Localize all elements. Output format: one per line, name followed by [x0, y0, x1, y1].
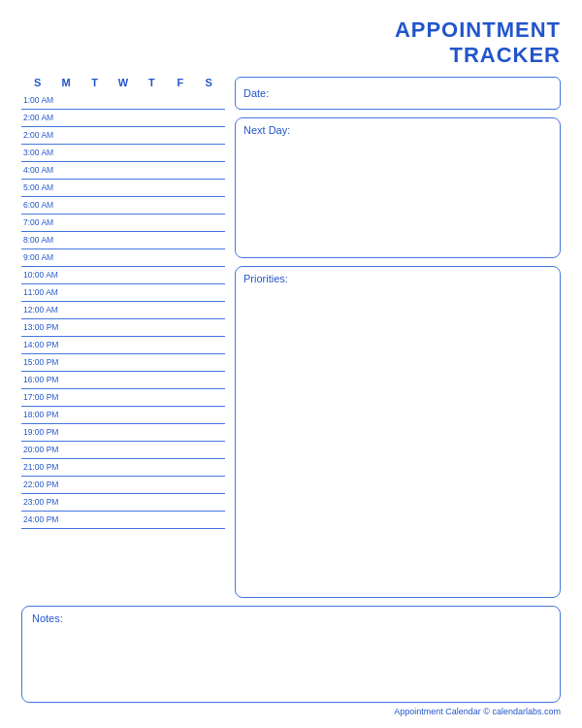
time-row: 18:00 PM — [21, 407, 225, 424]
time-row: 24:00 PM — [21, 512, 225, 529]
time-label: 1:00 AM — [21, 95, 72, 105]
time-row: 22:00 PM — [21, 477, 225, 494]
time-label: 13:00 PM — [21, 322, 72, 332]
time-row: 3:00 AM — [21, 145, 225, 162]
next-day-box[interactable]: Next Day: — [235, 117, 561, 258]
day-label: W — [109, 77, 137, 88]
day-label: F — [166, 77, 194, 88]
day-label: T — [138, 77, 166, 88]
time-label: 17:00 PM — [21, 392, 72, 402]
time-label: 2:00 AM — [21, 130, 72, 140]
time-row: 2:00 AM — [21, 110, 225, 127]
time-label: 5:00 AM — [21, 182, 72, 192]
time-row: 17:00 PM — [21, 389, 225, 407]
time-row: 9:00 AM — [21, 249, 225, 267]
page: APPOINTMENT TRACKER SMTWTFS 1:00 AM2:00 … — [0, 0, 582, 728]
time-row: 6:00 AM — [21, 197, 225, 215]
time-label: 6:00 AM — [21, 200, 72, 210]
time-row: 15:00 PM — [21, 354, 225, 372]
time-label: 4:00 AM — [21, 165, 72, 175]
time-label: 19:00 PM — [21, 427, 72, 437]
day-label: M — [51, 77, 80, 88]
time-label: 8:00 AM — [21, 235, 72, 245]
time-label: 7:00 AM — [21, 217, 72, 227]
date-box[interactable]: Date: — [235, 77, 561, 110]
time-row: 8:00 AM — [21, 232, 225, 249]
priorities-box[interactable]: Priorities: — [235, 266, 561, 598]
date-label: Date: — [243, 87, 269, 99]
time-label: 22:00 PM — [21, 480, 72, 489]
time-row: 19:00 PM — [21, 424, 225, 442]
time-row: 20:00 PM — [21, 442, 225, 459]
time-label: 20:00 PM — [21, 445, 72, 454]
time-label: 15:00 PM — [21, 357, 72, 367]
footer: Appointment Calendar © calendarlabs.com — [21, 707, 561, 716]
days-header: SMTWTFS — [21, 77, 225, 90]
time-row: 5:00 AM — [21, 180, 225, 197]
app-title: APPOINTMENT TRACKER — [395, 17, 561, 69]
time-label: 9:00 AM — [21, 252, 72, 262]
time-label: 18:00 PM — [21, 410, 72, 419]
next-day-label: Next Day: — [243, 124, 290, 136]
schedule-column: SMTWTFS 1:00 AM2:00 AM2:00 AM3:00 AM4:00… — [21, 77, 225, 598]
time-rows: 1:00 AM2:00 AM2:00 AM3:00 AM4:00 AM5:00 … — [21, 92, 225, 529]
day-label: S — [195, 77, 223, 88]
time-row: 21:00 PM — [21, 459, 225, 477]
main-area: SMTWTFS 1:00 AM2:00 AM2:00 AM3:00 AM4:00… — [21, 77, 561, 598]
time-label: 2:00 AM — [21, 113, 72, 122]
time-row: 14:00 PM — [21, 337, 225, 354]
day-label: S — [23, 77, 51, 88]
time-label: 16:00 PM — [21, 375, 72, 384]
time-label: 3:00 AM — [21, 148, 72, 157]
time-row: 11:00 AM — [21, 284, 225, 302]
header: APPOINTMENT TRACKER — [21, 17, 561, 69]
time-label: 11:00 AM — [21, 287, 72, 297]
time-row: 4:00 AM — [21, 162, 225, 180]
time-label: 23:00 PM — [21, 497, 72, 507]
time-row: 16:00 PM — [21, 372, 225, 389]
time-row: 13:00 PM — [21, 319, 225, 337]
time-row: 10:00 AM — [21, 267, 225, 284]
time-label: 24:00 PM — [21, 514, 72, 524]
time-row: 23:00 PM — [21, 494, 225, 512]
notes-label: Notes: — [32, 612, 550, 624]
time-label: 14:00 PM — [21, 340, 72, 349]
priorities-label: Priorities: — [243, 273, 288, 284]
time-row: 2:00 AM — [21, 127, 225, 145]
time-row: 7:00 AM — [21, 215, 225, 232]
time-row: 12:00 AM — [21, 302, 225, 319]
time-row: 1:00 AM — [21, 92, 225, 110]
time-label: 12:00 AM — [21, 305, 72, 314]
time-label: 10:00 AM — [21, 270, 72, 280]
day-label: T — [81, 77, 109, 88]
sidebar-column: Date: Next Day: Priorities: — [235, 77, 561, 598]
notes-section[interactable]: Notes: — [21, 606, 561, 703]
time-label: 21:00 PM — [21, 462, 72, 472]
